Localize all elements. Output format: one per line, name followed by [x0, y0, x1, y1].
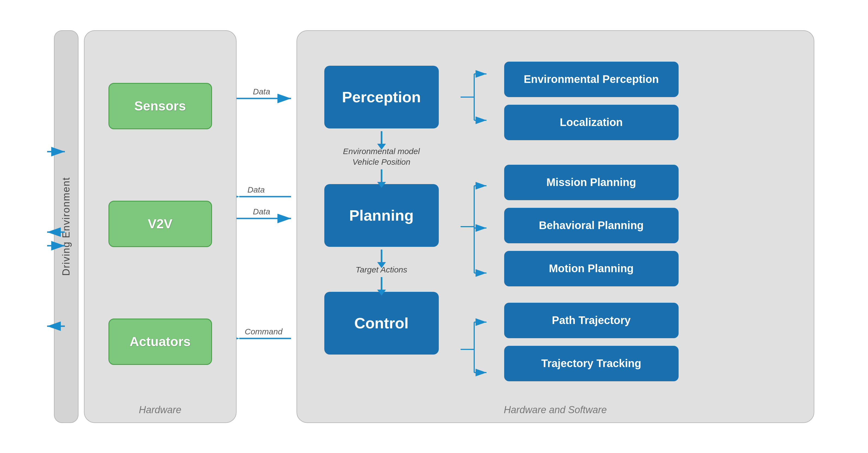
- perception-sub-group: Environmental Perception Localization: [504, 62, 689, 140]
- perception-to-planning-arrow: [381, 131, 382, 145]
- control-box: Control: [324, 292, 439, 355]
- sub-connectors: [461, 49, 488, 398]
- connector-svg: [461, 49, 488, 398]
- svg-text:Data: Data: [247, 185, 265, 194]
- behavioral-planning-box: Behavioral Planning: [504, 208, 679, 243]
- diagram-wrapper: Driving Environment Sensors V2V Actuator…: [12, 11, 857, 442]
- path-trajectory-box: Path Trajectory: [504, 303, 679, 338]
- svg-text:Command: Command: [245, 327, 283, 336]
- sub-boxes-column: Environmental Perception Localization Mi…: [504, 49, 689, 398]
- actuators-box: Actuators: [108, 318, 212, 365]
- driving-environment-bar: Driving Environment: [54, 30, 79, 423]
- connection-lines: Data Data Data Command: [237, 30, 297, 423]
- sensors-box: Sensors: [108, 83, 212, 129]
- planning-box: Planning: [324, 184, 439, 247]
- hardware-panel: Sensors V2V Actuators Hardware: [84, 30, 237, 423]
- spacer-1: [504, 140, 689, 165]
- planning-to-control-arrow: [381, 250, 382, 263]
- v2v-box: V2V: [108, 201, 212, 247]
- driving-env-label: Driving Environment: [61, 177, 72, 276]
- hw-sw-label: Hardware and Software: [504, 404, 607, 416]
- hw-sw-panel: Perception Environmental modelVehicle Po…: [297, 30, 814, 423]
- control-sub-group: Path Trajectory Trajectory Tracking: [504, 303, 689, 381]
- main-flow-column: Perception Environmental modelVehicle Po…: [319, 49, 444, 398]
- localization-box: Localization: [504, 105, 679, 140]
- motion-planning-box: Motion Planning: [504, 251, 679, 286]
- svg-text:Data: Data: [253, 87, 270, 96]
- perception-box: Perception: [324, 66, 439, 129]
- connection-svg: Data Data Data Command: [237, 30, 297, 423]
- svg-text:Data: Data: [253, 207, 270, 216]
- planning-sub-group: Mission Planning Behavioral Planning Mot…: [504, 165, 689, 286]
- spacer-2: [504, 286, 689, 303]
- mission-planning-box: Mission Planning: [504, 165, 679, 200]
- env-perception-box: Environmental Perception: [504, 62, 679, 97]
- env-model-arrow: [381, 169, 382, 183]
- trajectory-tracking-box: Trajectory Tracking: [504, 346, 679, 381]
- target-actions-arrow: [381, 277, 382, 291]
- hardware-label: Hardware: [139, 404, 181, 416]
